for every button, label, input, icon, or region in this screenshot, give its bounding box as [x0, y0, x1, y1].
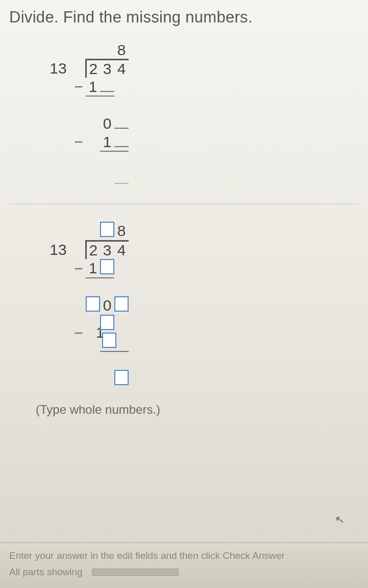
- step1-input[interactable]: [100, 259, 114, 274]
- divisor: 13: [45, 59, 71, 78]
- division-example: 8 13 2 3 4 − 1 0: [45, 41, 359, 188]
- dividend-d2: 3: [100, 59, 114, 78]
- dividend2-d2: 3: [100, 241, 114, 259]
- step2-input-right[interactable]: [114, 296, 129, 312]
- step3-input-1[interactable]: [100, 315, 114, 330]
- quotient-digit: 8: [114, 41, 129, 59]
- step2-value: 0: [100, 114, 114, 133]
- step2-input-left[interactable]: [86, 296, 100, 312]
- footer-instruction: Enter your answer in the edit fields and…: [9, 550, 359, 561]
- dividend2-d1: 2: [86, 241, 100, 259]
- quotient-known: 8: [114, 222, 129, 241]
- p2-step1-val: 1: [86, 259, 100, 278]
- minus-sign-3: −: [71, 259, 86, 278]
- minus-sign-2: −: [71, 133, 86, 151]
- footer-status: All parts showing: [9, 567, 83, 578]
- instruction-text: Divide. Find the missing numbers.: [9, 8, 359, 27]
- minus-sign-4: −: [71, 315, 86, 351]
- step3-value: 1: [100, 133, 114, 151]
- dividend-d1: 2: [86, 59, 100, 78]
- p2-step2-bring: 0: [100, 296, 114, 315]
- quotient-input-1[interactable]: [100, 222, 114, 237]
- dividend2-d3: 4: [114, 241, 129, 259]
- cursor-icon: ↖: [334, 513, 346, 528]
- dividend-d3: 4: [114, 59, 129, 78]
- step1-value: 1: [86, 78, 100, 96]
- minus-sign: −: [71, 78, 86, 96]
- type-hint: (Type whole numbers.): [36, 403, 359, 417]
- footer-bar: Enter your answer in the edit fields and…: [0, 542, 368, 588]
- divisor-2: 13: [45, 241, 71, 259]
- division-interactive: 8 13 2 3 4 − 1 0: [45, 222, 359, 388]
- remainder-input[interactable]: [114, 370, 129, 385]
- step3-input-2[interactable]: [102, 333, 116, 348]
- section-divider: [9, 203, 359, 204]
- progress-bar: [92, 569, 179, 576]
